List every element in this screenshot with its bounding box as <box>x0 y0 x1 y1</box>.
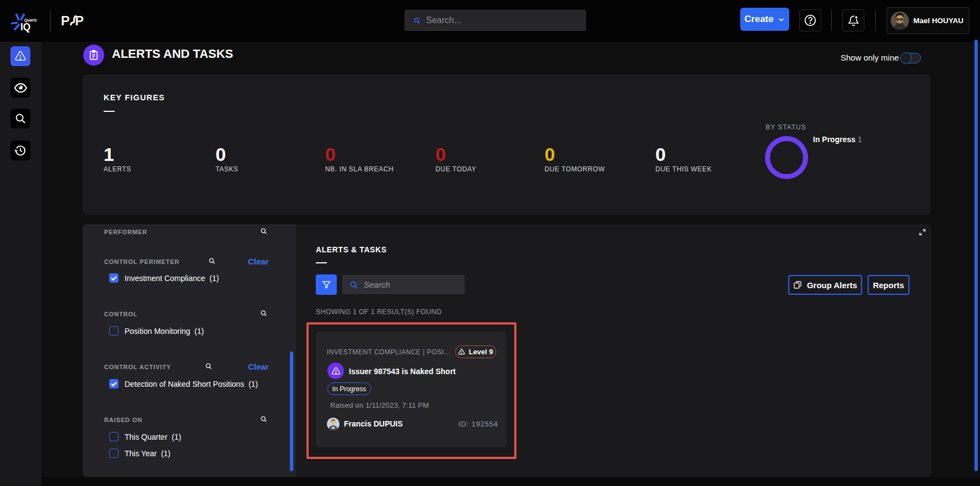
svg-text:P: P <box>61 13 70 28</box>
svg-text:IQ: IQ <box>20 21 30 33</box>
svg-text:P: P <box>75 13 84 28</box>
